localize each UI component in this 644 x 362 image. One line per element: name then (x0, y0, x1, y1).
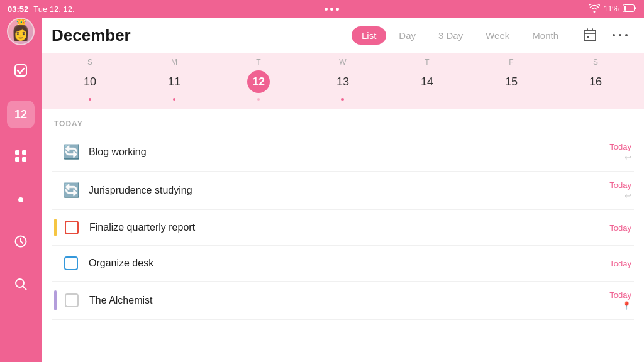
day-dot-13 (341, 98, 344, 101)
tab-list[interactable]: List (352, 26, 386, 45)
task-icon-desk (62, 255, 80, 272)
task-name-alchemist: The Alchemist (89, 295, 609, 306)
day-num-11: 11 (163, 70, 186, 93)
section-header-today: TODAY (52, 109, 634, 133)
battery-percent: 11% (604, 4, 619, 13)
day-col-13[interactable]: W 13 (301, 58, 385, 102)
day-num-14: 14 (416, 70, 438, 93)
sidebar-nav: List 12 (7, 58, 35, 362)
checkbox-gray-icon (65, 293, 79, 307)
status-bar-left: 03:52 Tue 12. 12. (8, 4, 75, 14)
day-col-11[interactable]: M 11 (132, 58, 216, 102)
status-time: 03:52 (8, 4, 28, 14)
header: December List Day 3 Day Week Month (42, 18, 644, 53)
task-date-label-blog: Today (609, 142, 631, 151)
day-label-t1: T (256, 58, 260, 67)
day-col-12[interactable]: T 12 (216, 58, 301, 102)
svg-rect-6 (22, 157, 26, 162)
day-dot-12 (257, 98, 260, 101)
task-alchemist[interactable]: The Alchemist Today 📍 (52, 282, 634, 320)
calendar-view-button[interactable] (579, 24, 601, 47)
week-days: S 10 M 11 T 12 W 13 (42, 58, 644, 102)
day-label-m: M (171, 58, 177, 67)
task-finalize-report[interactable]: Finalize quarterly report Today (52, 210, 634, 246)
day-label-t2: T (425, 58, 429, 67)
tab-month[interactable]: Month (522, 26, 569, 45)
avatar-face: 👩 (11, 24, 30, 41)
day-label-f: F (509, 58, 513, 67)
svg-rect-11 (587, 36, 589, 38)
status-bar-center (325, 8, 339, 11)
task-area: TODAY 🔄 Blog working Today ↩ 🔄 Jurisprud… (42, 109, 644, 362)
task-icon-alchemist (63, 292, 80, 309)
dot1 (325, 8, 328, 11)
task-date-label-alchemist: Today (609, 290, 631, 300)
task-icon-blog: 🔄 (62, 143, 80, 161)
status-bar: 03:52 Tue 12. 12. 11% (0, 0, 644, 18)
sidebar-item-tasks[interactable] (7, 58, 35, 85)
task-name-juris: Jurisprudence studying (89, 185, 609, 196)
day-col-16[interactable]: S 16 (553, 58, 638, 102)
day-dot-11 (173, 98, 175, 101)
sidebar: 👑 👩 List 12 (0, 0, 42, 362)
task-blog-working[interactable]: 🔄 Blog working Today ↩ (52, 133, 634, 172)
tab-3day[interactable]: 3 Day (428, 26, 473, 45)
task-organize-desk[interactable]: Organize desk Today (52, 246, 634, 282)
main-content: December List Day 3 Day Week Month (42, 0, 644, 362)
svg-point-14 (619, 34, 621, 36)
day-label-s2: S (593, 58, 598, 67)
comment-icon-blog: ↩ (625, 153, 631, 162)
svg-rect-10 (584, 30, 596, 41)
avatar[interactable]: 👑 👩 (7, 18, 35, 45)
checkbox-blue-icon (64, 256, 78, 270)
day-col-14[interactable]: T 14 (385, 58, 469, 102)
task-date-alchemist: Today 📍 (609, 290, 631, 310)
comment-icon-juris: ↩ (625, 191, 631, 200)
task-jurisprudence[interactable]: 🔄 Jurisprudence studying Today ↩ (52, 172, 634, 210)
checkbox-red-icon (65, 221, 79, 234)
sidebar-item-clock[interactable] (7, 229, 35, 256)
week-strip: S 10 M 11 T 12 W 13 (42, 53, 644, 109)
task-bar-report (54, 219, 57, 236)
dot2 (330, 8, 333, 11)
sidebar-item-search[interactable] (7, 272, 35, 299)
sidebar-item-calendar[interactable]: List 12 (7, 101, 35, 128)
task-name-desk: Organize desk (89, 258, 609, 269)
sidebar-item-apps[interactable] (7, 143, 35, 171)
day-col-10[interactable]: S 10 (48, 58, 132, 102)
task-date-desk: Today (609, 259, 631, 268)
apps-icon (14, 149, 28, 166)
task-icon-report (63, 219, 80, 236)
location-icon-alchemist: 📍 (621, 301, 631, 310)
svg-point-13 (613, 34, 615, 36)
task-date-juris: Today ↩ (609, 180, 631, 200)
task-bar-alchemist (54, 290, 57, 310)
task-bar-blog (54, 142, 56, 162)
search-icon (14, 277, 28, 294)
task-date-blog: Today ↩ (609, 142, 631, 162)
check-icon (14, 63, 28, 80)
dot-icon (18, 197, 23, 202)
task-name-blog: Blog working (89, 146, 609, 158)
tab-week[interactable]: Week (475, 26, 519, 45)
status-bar-right: 11% (589, 4, 636, 14)
task-date-label-juris: Today (609, 180, 631, 190)
day-num-15: 15 (500, 70, 523, 93)
task-date-label-report: Today (609, 223, 631, 233)
day-label-s1: S (87, 58, 92, 67)
task-bar-desk (54, 255, 56, 272)
header-actions (579, 24, 631, 47)
tab-day[interactable]: Day (389, 26, 426, 45)
svg-rect-1 (624, 6, 626, 11)
svg-point-15 (625, 34, 628, 36)
task-name-report: Finalize quarterly report (89, 222, 609, 233)
svg-rect-5 (15, 157, 19, 162)
day-col-15[interactable]: F 15 (469, 58, 553, 102)
more-options-button[interactable] (609, 24, 631, 47)
calendar-num: 12 (14, 109, 27, 120)
sidebar-item-dot[interactable] (7, 186, 35, 214)
day-num-10: 10 (79, 70, 101, 93)
battery-icon (623, 4, 636, 14)
view-tabs: List Day 3 Day Week Month (352, 26, 569, 45)
task-date-label-desk: Today (609, 259, 631, 268)
